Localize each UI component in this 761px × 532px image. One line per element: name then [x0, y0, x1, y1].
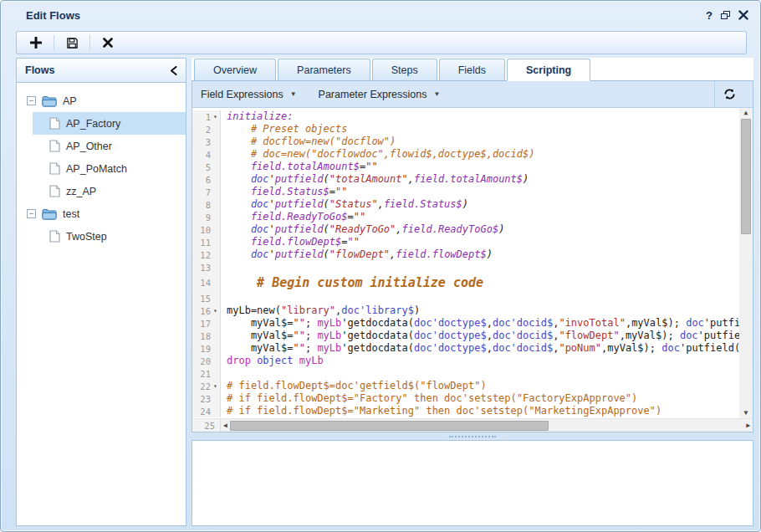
code-line-23[interactable]: 23# if field.flowDept$="Factory" then do… — [192, 392, 739, 405]
tree-folder-label: test — [63, 208, 79, 220]
code-line-9[interactable]: 9 field.ReadyToGo$="" — [192, 211, 739, 223]
delete-flow-button[interactable] — [94, 33, 122, 52]
line-number: 13 — [192, 261, 221, 274]
folder-icon — [42, 95, 57, 107]
scroll-down-icon[interactable]: ▼ — [744, 410, 748, 417]
document-icon — [49, 140, 60, 152]
parameter-expressions-label: Parameter Expressions — [319, 89, 427, 100]
close-icon[interactable] — [738, 10, 748, 20]
code-text: field.Status$="" — [221, 186, 739, 198]
tab-parameters[interactable]: Parameters — [278, 59, 370, 80]
line-number: 23 — [192, 392, 221, 405]
code-line-18[interactable]: 18 myVal$=""; myLb'getdocdata(doc'doctyp… — [192, 330, 739, 342]
bottom-panel — [192, 440, 753, 526]
tab-overview[interactable]: Overview — [194, 59, 276, 80]
tree-folder-AP[interactable]: −AP — [17, 90, 186, 112]
help-icon[interactable]: ? — [706, 10, 712, 21]
refresh-button[interactable] — [714, 81, 744, 107]
document-icon — [49, 162, 60, 175]
tree-expander-icon[interactable]: − — [27, 96, 36, 105]
tree-item-label: AP_PoMatch — [66, 163, 127, 175]
fold-arrow-icon[interactable]: ▾ — [211, 113, 220, 120]
tree-item-zz_AP[interactable]: zz_AP — [33, 180, 186, 202]
code-lines[interactable]: 1▾initialize:2 # Preset objects3 # docfl… — [192, 108, 739, 418]
code-text: # Preset objects — [221, 123, 739, 136]
code-line-5[interactable]: 5 field.totalAmount$="" — [192, 161, 739, 173]
tab-scripting[interactable]: Scripting — [507, 59, 590, 81]
line-number: 3 — [192, 136, 221, 148]
code-line-1[interactable]: 1▾initialize: — [192, 110, 739, 123]
title-bar: Edit Flows ? — [1, 1, 760, 29]
line-number: 7 — [192, 186, 221, 198]
line-number: 22▾ — [192, 380, 221, 392]
code-text: # Begin custom initialize code — [221, 274, 739, 292]
expressions-toolbar: Field Expressions ▼ Parameter Expression… — [192, 81, 753, 108]
folder-icon — [42, 208, 57, 220]
x-icon — [103, 38, 113, 48]
code-text: doc'putfield("totalAmount",field.totalAm… — [221, 173, 739, 186]
line-number: 14 — [192, 274, 221, 292]
line-number: 6 — [192, 173, 221, 186]
vertical-scroll-thumb[interactable] — [741, 119, 751, 234]
scroll-right-icon[interactable]: ▶ — [746, 422, 750, 429]
collapse-panel-button[interactable] — [170, 66, 177, 75]
toolbar-separator — [54, 35, 54, 50]
splitter-handle-icon — [449, 436, 496, 437]
tree-item-AP_Factory[interactable]: AP_Factory — [33, 112, 186, 135]
code-line-14[interactable]: 14 # Begin custom initialize code — [192, 274, 739, 292]
code-line-7[interactable]: 7 field.Status$="" — [192, 186, 739, 198]
code-line-12[interactable]: 12 doc'putfield("flowDept",field.flowDep… — [192, 248, 739, 261]
code-line-16[interactable]: 16▾myLb=new("library",doc'library$) — [192, 304, 739, 317]
parameter-expressions-dropdown[interactable]: Parameter Expressions ▼ — [319, 89, 441, 100]
tree-item-AP_PoMatch[interactable]: AP_PoMatch — [33, 157, 186, 180]
editor-bottom-row: 25 ◀ ▶ — [192, 418, 753, 432]
fold-arrow-icon[interactable]: ▾ — [211, 382, 220, 390]
field-expressions-dropdown[interactable]: Field Expressions ▼ — [201, 89, 297, 100]
fold-arrow-icon[interactable]: ▾ — [211, 307, 220, 315]
flows-panel: Flows −APAP_FactoryAP_OtherAP_PoMatchzz_… — [16, 58, 186, 526]
script-editor[interactable]: 1▾initialize:2 # Preset objects3 # docfl… — [192, 108, 753, 432]
save-flow-button[interactable] — [58, 33, 86, 52]
code-line-21[interactable]: 21 — [192, 367, 739, 380]
code-line-11[interactable]: 11 field.flowDept$="" — [192, 236, 739, 248]
code-line-20[interactable]: 20drop object myLb — [192, 355, 739, 367]
line-number: 15 — [192, 292, 221, 304]
restore-icon[interactable] — [721, 11, 730, 19]
code-line-4[interactable]: 4 # doc=new("docflowdoc",flowid$,doctype… — [192, 148, 739, 161]
code-text: doc'putfield("ReadyToGo",field.ReadyToGo… — [221, 223, 739, 236]
flows-panel-title: Flows — [25, 64, 54, 76]
tab-fields[interactable]: Fields — [439, 59, 505, 80]
document-icon — [49, 230, 60, 243]
code-line-10[interactable]: 10 doc'putfield("ReadyToGo",field.ReadyT… — [192, 223, 739, 236]
tree-item-TwoStep[interactable]: TwoStep — [33, 225, 186, 248]
line-number: 2 — [192, 123, 221, 136]
code-line-2[interactable]: 2 # Preset objects — [192, 123, 739, 136]
code-line-3[interactable]: 3 # docflow=new("docflow") — [192, 136, 739, 148]
code-line-24[interactable]: 24# if field.flowDept$="Marketing" then … — [192, 405, 739, 417]
code-line-15[interactable]: 15 — [192, 292, 739, 304]
panel-splitter[interactable] — [192, 432, 753, 440]
horizontal-scrollbar[interactable]: ◀ ▶ — [221, 419, 753, 432]
code-line-17[interactable]: 17 myVal$=""; myLb'getdocdata(doc'doctyp… — [192, 317, 739, 330]
tab-steps[interactable]: Steps — [372, 59, 437, 80]
add-flow-button[interactable] — [22, 33, 50, 52]
tree-item-label: TwoStep — [66, 231, 107, 243]
code-line-22[interactable]: 22▾# field.flowDept$=doc'getfield$("flow… — [192, 380, 739, 392]
document-icon — [49, 117, 60, 130]
scroll-left-icon[interactable]: ◀ — [223, 422, 227, 429]
main-area: OverviewParametersStepsFieldsScripting F… — [192, 58, 753, 526]
line-number: 17 — [192, 317, 221, 330]
tree-folder-test[interactable]: −test — [17, 202, 186, 225]
scroll-up-icon[interactable]: ▲ — [744, 110, 748, 116]
code-text: myVal$=""; myLb'getdocdata(doc'doctype$,… — [221, 342, 739, 355]
horizontal-scroll-thumb[interactable] — [230, 421, 549, 431]
vertical-scrollbar[interactable]: ▲ ▼ — [739, 108, 753, 418]
code-line-13[interactable]: 13 — [192, 261, 739, 274]
line-number: 21 — [192, 367, 221, 380]
code-line-8[interactable]: 8 doc'putfield("Status",field.Status$) — [192, 198, 739, 211]
code-line-19[interactable]: 19 myVal$=""; myLb'getdocdata(doc'doctyp… — [192, 342, 739, 355]
tree-expander-icon[interactable]: − — [27, 209, 36, 218]
code-line-6[interactable]: 6 doc'putfield("totalAmount",field.total… — [192, 173, 739, 186]
line-number: 11 — [192, 236, 221, 248]
tree-item-AP_Other[interactable]: AP_Other — [33, 135, 186, 157]
